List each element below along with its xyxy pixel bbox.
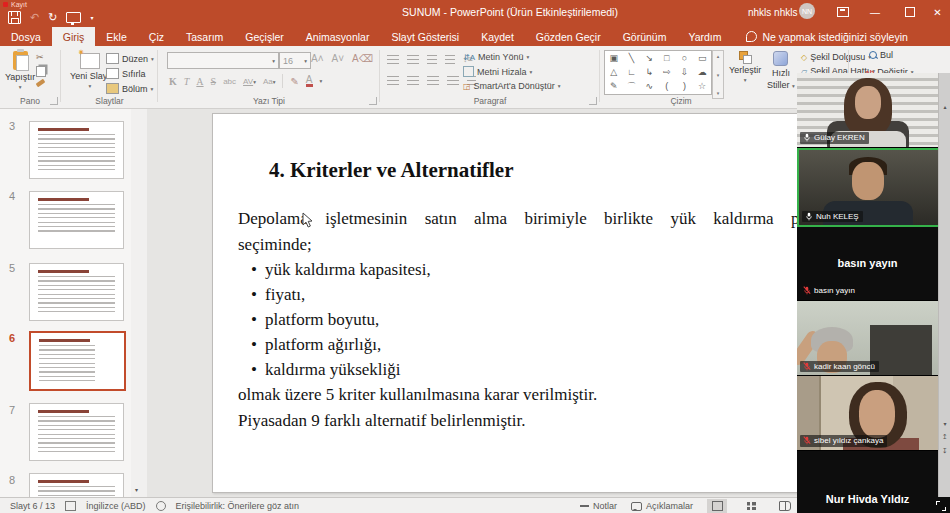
undo-icon[interactable]: ↶	[30, 10, 39, 24]
gallery-down-icon[interactable]: ▾	[717, 72, 720, 78]
shape-freeform-icon[interactable]: ✎	[610, 82, 618, 91]
tab-giris[interactable]: Giriş	[52, 27, 96, 46]
thumbnail-slide-5[interactable]	[29, 263, 124, 321]
layout-button[interactable]: Düzen▾	[106, 53, 154, 64]
scroll-up-icon[interactable]: ▴	[943, 103, 946, 110]
font-size-select[interactable]: 16▾	[279, 52, 311, 69]
thumbnail-slide-3[interactable]	[29, 121, 124, 179]
tab-ciz[interactable]: Çiz	[138, 27, 175, 46]
slide-paragraph-line1[interactable]: Depolama işletmesinin satın alma birimiy…	[238, 209, 858, 229]
scroll-down-icon[interactable]: ▾	[943, 420, 946, 427]
paragraph-dialog-launcher-icon[interactable]	[589, 97, 597, 105]
save-icon[interactable]	[8, 11, 21, 24]
tab-yardim[interactable]: Yardım	[677, 27, 732, 46]
align-right-icon[interactable]	[427, 76, 439, 85]
thumbnail-slide-8[interactable]	[29, 473, 124, 499]
tell-me-search[interactable]: Ne yapmak istediğinizi söyleyin	[746, 27, 907, 46]
notes-toggle[interactable]: Notlar	[580, 501, 617, 511]
grow-font-icon[interactable]: A˄	[311, 53, 324, 64]
slide-bullet-list[interactable]: yük kaldırma kapasitesi, fiyatı, platfor…	[251, 260, 431, 385]
shape-textbox-icon[interactable]: ▣	[610, 54, 619, 63]
bullets-icon[interactable]	[387, 55, 399, 64]
start-slideshow-icon[interactable]	[66, 12, 81, 23]
shape-arrow-line-icon[interactable]: ↘	[645, 54, 653, 63]
shapes-gallery-scrollbar[interactable]: ▴ ▾ ▾	[712, 50, 724, 99]
shape-rectangle-icon[interactable]: □	[664, 54, 669, 63]
participant-tile-sibel-yildiz-cankaya[interactable]: sibel yıldız çankaya	[797, 376, 938, 451]
font-color-button[interactable]: A	[306, 75, 313, 87]
shape-rounded-rectangle-icon[interactable]: ▭	[698, 54, 707, 63]
section-button[interactable]: Bölüm▾	[106, 83, 154, 94]
shape-down-arrow-icon[interactable]: ⇩	[681, 68, 689, 77]
bold-button[interactable]: K	[169, 76, 177, 87]
slide-paragraph-line2[interactable]: seçiminde;	[238, 235, 312, 255]
font-name-select[interactable]: ▾	[167, 52, 279, 69]
shape-line-icon[interactable]: ╲	[629, 54, 634, 63]
strikethrough-button[interactable]: S	[211, 76, 217, 87]
view-slide-sorter-button[interactable]	[741, 499, 761, 513]
view-reading-button[interactable]	[775, 499, 795, 513]
notes-status-icon[interactable]	[65, 501, 76, 511]
format-painter-icon[interactable]	[36, 79, 46, 87]
tab-gozden-gecir[interactable]: Gözden Geçir	[525, 27, 612, 46]
redo-icon[interactable]: ↻	[48, 10, 57, 24]
ribbon-display-options-icon[interactable]	[828, 0, 858, 24]
bullet-item[interactable]: fiyatı,	[251, 285, 431, 310]
tab-slayt-gosterisi[interactable]: Slayt Gösterisi	[380, 27, 470, 46]
align-center-icon[interactable]	[407, 76, 419, 85]
minimize-button[interactable]: —	[860, 0, 890, 24]
increase-indent-icon[interactable]	[445, 55, 455, 64]
bullet-item[interactable]: yük kaldırma kapasitesi,	[251, 260, 431, 285]
text-direction-button[interactable]: ⇵AMetin Yönü▾	[463, 52, 561, 62]
fit-up-icon[interactable]: ↥	[942, 433, 948, 441]
align-left-icon[interactable]	[387, 76, 399, 85]
tab-dosya[interactable]: Dosya	[0, 27, 52, 46]
shape-left-brace-icon[interactable]: (	[665, 82, 668, 91]
participant-tile-nuh-keles-active-speaker[interactable]: Nuh KELEŞ	[797, 148, 942, 228]
smartart-button[interactable]: ◲SmartArt'a Dönüştür▾	[463, 81, 561, 91]
view-normal-button[interactable]	[707, 499, 727, 513]
thumbnail-slide-4[interactable]	[29, 191, 124, 249]
tab-gorunum[interactable]: Görünüm	[612, 27, 678, 46]
expand-panel-icon[interactable]	[936, 501, 946, 511]
text-shadow-button[interactable]: abc	[223, 77, 236, 86]
participant-tile-gulay-ekren[interactable]: Gülay EKREN	[797, 73, 938, 148]
change-case-button[interactable]: Aa▾	[263, 77, 276, 86]
underline-button[interactable]: A	[196, 76, 203, 87]
account-name[interactable]: nhkls nhkls	[748, 7, 797, 18]
fit-down-icon[interactable]: ↧	[942, 447, 948, 455]
quick-styles-button[interactable]: Hızlı Stiller ▾	[767, 51, 795, 90]
tab-ekle[interactable]: Ekle	[95, 27, 137, 46]
shape-star-icon[interactable]: ☆	[698, 82, 706, 91]
italic-button[interactable]: T	[184, 76, 190, 87]
arrange-button[interactable]: Yerleştir ▾	[729, 51, 761, 83]
numbering-icon[interactable]	[407, 55, 419, 64]
font-dialog-launcher-icon[interactable]	[369, 97, 377, 105]
avatar[interactable]: NN	[799, 3, 815, 19]
character-spacing-button[interactable]: AV▾	[243, 77, 256, 86]
shape-right-arrow-icon[interactable]: ⇨	[663, 68, 671, 77]
slide-closing-line2[interactable]: Piyasadan 9 farklı alternatif belirlenmi…	[238, 411, 526, 431]
new-slide-button[interactable]: Yeni Slayt ▾	[70, 53, 110, 89]
shape-right-brace-icon[interactable]: )	[683, 82, 686, 91]
participant-tile-kadir-kaan-goncu[interactable]: kadir kaan göncü	[797, 301, 938, 377]
thumbnail-slide-6[interactable]	[29, 331, 126, 391]
clipboard-dialog-launcher-icon[interactable]	[50, 97, 58, 105]
slide-closing-line1[interactable]: olmak üzere 5 kriter kullanılmasına kara…	[238, 385, 597, 405]
cut-icon[interactable]: ✂	[36, 52, 46, 62]
bullet-item[interactable]: kaldırma yüksekliği	[251, 360, 431, 385]
shape-elbow-icon[interactable]: ∟	[627, 68, 636, 77]
shape-cloud-icon[interactable]: ☁	[698, 68, 707, 77]
bullet-item[interactable]: platform boyutu,	[251, 310, 431, 335]
thumbnail-scrollbar[interactable]: ▾	[131, 108, 148, 497]
shrink-font-icon[interactable]: A˅	[332, 53, 345, 64]
slide-counter[interactable]: Slayt 6 / 13	[10, 501, 55, 511]
reset-button[interactable]: Sıfırla	[106, 68, 154, 79]
thumbnail-scroll-split-icon[interactable]: ▾	[135, 486, 138, 493]
thumbnail-slide-7[interactable]	[29, 403, 124, 461]
decrease-indent-icon[interactable]	[427, 55, 437, 64]
justify-icon[interactable]	[447, 76, 459, 85]
maximize-button[interactable]	[895, 0, 925, 24]
bullet-item[interactable]: platform ağırlığı,	[251, 335, 431, 360]
highlight-color-icon[interactable]: ✎	[290, 76, 298, 87]
